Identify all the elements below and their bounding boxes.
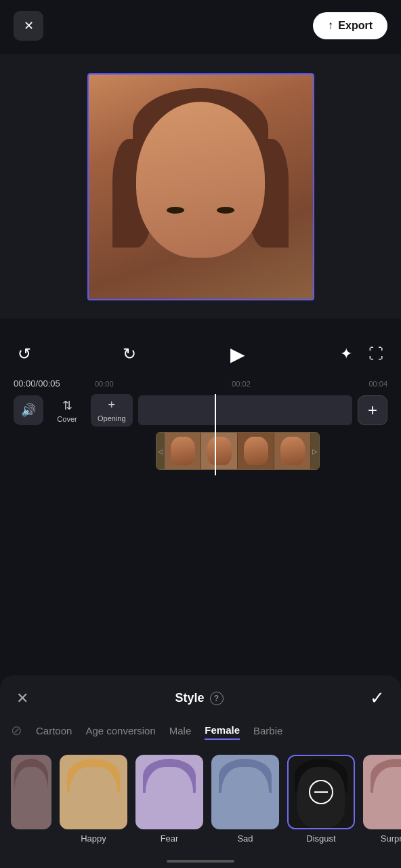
style-confirm-button[interactable]: ✓: [370, 688, 385, 709]
style-thumb-disgust: [287, 755, 355, 829]
style-thumb-img-surprise: [364, 756, 401, 828]
tab-barbie[interactable]: Barbie: [253, 722, 282, 739]
film-strip-row: 3.0s ◁ ▷: [14, 432, 387, 470]
style-thumb-sad: [211, 755, 279, 829]
tab-male[interactable]: Male: [169, 722, 192, 739]
main-track-row: 🔊 ⇅ Cover + Opening +: [14, 394, 387, 427]
film-thumb-1: [165, 433, 201, 469]
style-item-surprise[interactable]: Surprise: [363, 755, 401, 844]
style-thumb-img-disgust: [289, 756, 354, 828]
right-controls: ✦ ⛶: [336, 341, 387, 367]
tab-female[interactable]: Female: [205, 722, 240, 740]
playback-controls: ↺ ↻ ▶ ✦ ⛶: [14, 332, 387, 376]
play-button[interactable]: ▶: [223, 339, 253, 369]
face-sad: [221, 767, 269, 828]
disgust-selected-icon: [309, 780, 333, 804]
playhead-line: [215, 394, 216, 475]
opening-button[interactable]: + Opening: [91, 394, 133, 427]
opening-label: Opening: [98, 414, 126, 422]
face-happy: [70, 767, 117, 828]
disgust-icon-line: [314, 791, 328, 793]
tab-cartoon[interactable]: Cartoon: [36, 722, 72, 739]
tab-none[interactable]: ⊘: [11, 719, 22, 741]
redo-button[interactable]: ↻: [119, 340, 140, 368]
controls-area: ↺ ↻ ▶ ✦ ⛶ 00:00/00:05 00:00 00:02 00:04: [0, 332, 401, 475]
opening-icon: +: [108, 398, 116, 412]
eye-right: [217, 207, 234, 214]
magic-icon: ✦: [340, 345, 352, 363]
audio-icon: 🔊: [21, 403, 36, 418]
preview-area: [0, 54, 401, 319]
film-thumb-4: [274, 433, 311, 469]
style-thumb-fear: [135, 755, 203, 829]
header: ✕ ↑ Export: [0, 0, 401, 52]
close-button[interactable]: ✕: [14, 11, 43, 41]
film-thumb-2: [201, 433, 238, 469]
preview-frame: [87, 73, 314, 300]
redo-icon: ↻: [123, 344, 136, 363]
close-icon: ✕: [24, 18, 34, 33]
style-close-button[interactable]: ✕: [16, 690, 28, 707]
disgust-selected-overlay: [289, 756, 354, 828]
tab-age[interactable]: Age conversion: [85, 722, 155, 739]
film-face-1: [171, 437, 195, 465]
style-item-sad[interactable]: Sad: [211, 755, 279, 844]
timeline-ruler: 00:00/00:05 00:00 00:02 00:04: [14, 376, 387, 391]
face-shape: [136, 102, 265, 258]
label-fear: Fear: [161, 833, 179, 844]
cover-button[interactable]: ⇅ Cover: [49, 398, 85, 423]
add-icon: +: [368, 401, 377, 420]
style-item-disgust[interactable]: Disgust: [287, 755, 355, 844]
label-happy: Happy: [81, 833, 106, 844]
export-icon: ↑: [328, 19, 334, 33]
style-thumb-img-partial: [12, 756, 50, 828]
style-item-happy[interactable]: Happy: [60, 755, 127, 844]
style-item-partial[interactable]: [11, 755, 51, 844]
style-items: Happy Fear Sad: [0, 749, 401, 854]
film-face-3: [244, 437, 268, 465]
audio-button[interactable]: 🔊: [14, 395, 43, 425]
cover-icon: ⇅: [62, 398, 72, 413]
add-clip-button[interactable]: +: [358, 395, 387, 425]
fullscreen-button[interactable]: ⛶: [364, 341, 387, 367]
magic-button[interactable]: ✦: [336, 341, 356, 367]
style-help-icon[interactable]: ?: [210, 692, 224, 705]
timeline-track-area: 🔊 ⇅ Cover + Opening + 3.0s ◁: [14, 394, 387, 475]
style-header: ✕ Style ? ✓: [0, 675, 401, 714]
label-disgust: Disgust: [306, 833, 335, 844]
style-thumb-partial: [11, 755, 51, 829]
undo-button[interactable]: ↺: [14, 340, 35, 368]
film-handle-left[interactable]: ◁: [156, 432, 165, 470]
style-thumb-img-sad: [213, 756, 278, 828]
time-display: 00:00/00:05: [14, 378, 60, 389]
style-thumb-img-happy: [61, 756, 126, 828]
video-track: [138, 395, 352, 425]
film-face-4: [280, 437, 305, 465]
category-tabs: ⊘ Cartoon Age conversion Male Female Bar…: [0, 714, 401, 749]
film-thumb-3: [238, 433, 274, 469]
ruler-marks: 00:00 00:02 00:04: [95, 380, 387, 388]
undo-icon: ↺: [18, 344, 31, 363]
label-sad: Sad: [237, 833, 253, 844]
export-label: Export: [338, 20, 373, 32]
style-item-fear[interactable]: Fear: [135, 755, 203, 844]
play-icon: ▶: [230, 343, 245, 366]
eye-left: [167, 207, 184, 214]
style-panel: ✕ Style ? ✓ ⊘ Cartoon Age conversion Mal…: [0, 675, 401, 868]
label-surprise: Surprise: [381, 833, 401, 844]
style-title: Style ?: [175, 691, 223, 705]
style-thumb-img-fear: [137, 756, 202, 828]
film-handle-right[interactable]: ▷: [311, 432, 319, 470]
style-thumb-surprise: [363, 755, 401, 829]
export-button[interactable]: ↑ Export: [313, 12, 387, 39]
preview-face: [89, 75, 313, 299]
style-thumb-happy: [60, 755, 127, 829]
style-close-icon: ✕: [16, 690, 28, 707]
film-face-2: [207, 437, 232, 465]
ruler-mark-2: 00:04: [368, 380, 387, 388]
film-strip[interactable]: 3.0s ◁ ▷: [156, 432, 320, 470]
scroll-indicator: [167, 860, 234, 863]
face-partial: [14, 767, 48, 828]
ruler-mark-0: 00:00: [95, 380, 114, 388]
face-surprise: [373, 767, 401, 828]
